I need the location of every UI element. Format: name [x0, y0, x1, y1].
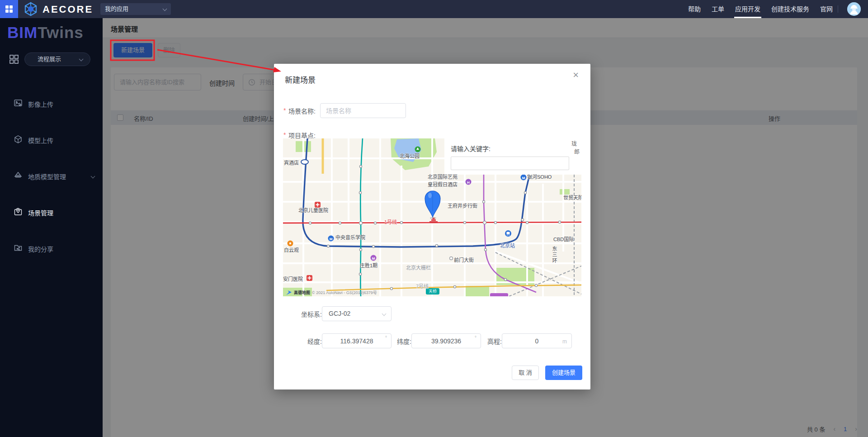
- temple-icon: [288, 241, 293, 247]
- station-label-tianqiao: 天桥: [426, 288, 439, 294]
- park-icon: [415, 147, 421, 152]
- keyword-input[interactable]: [451, 157, 569, 170]
- aecore-logo-icon: [24, 2, 38, 16]
- grid-icon: [5, 5, 13, 13]
- layout-grid-icon: [9, 54, 19, 64]
- map-attribution: 高德地图 © 2021 AutoNavi - GS(2019)6379号: [286, 290, 377, 295]
- longitude-input[interactable]: [322, 333, 392, 348]
- chevron-down-icon: [91, 174, 95, 179]
- sidebar-item-my-share[interactable]: 我的分享: [0, 231, 103, 267]
- topbar-nav-tech-service[interactable]: 创建技术服务: [771, 0, 809, 18]
- station-label-purple: [490, 293, 508, 296]
- required-mark: *: [283, 131, 286, 138]
- sidebar-item-label: 场景管理: [28, 208, 53, 217]
- sidebar-item-geology-model[interactable]: 地质模型管理: [0, 158, 103, 195]
- longitude-label: 经度:: [295, 337, 322, 346]
- mode-select[interactable]: 流程展示: [24, 52, 90, 66]
- sidebar-item-label: 地质模型管理: [28, 172, 66, 181]
- sidebar-item-model-upload[interactable]: 模型上传: [0, 122, 103, 158]
- topbar-nav-app-dev[interactable]: 应用开发: [735, 0, 760, 18]
- required-mark: *: [283, 107, 286, 114]
- chevron-down-icon: [163, 7, 167, 11]
- coord-system-value: GCJ-02: [329, 310, 350, 317]
- meter-unit: m: [562, 338, 567, 345]
- hospital-icon: [307, 275, 312, 281]
- topbar-nav-workorder[interactable]: 工单: [712, 0, 724, 18]
- image-upload-icon: [14, 99, 23, 108]
- model-upload-icon: [14, 135, 23, 144]
- app-select-value: 我的应用: [105, 5, 128, 12]
- app-select[interactable]: 我的应用: [100, 3, 171, 15]
- logo-text-bim: BIM: [7, 24, 38, 41]
- clipped-text-fragment: 郎: [574, 147, 580, 155]
- map-search-panel: 请输入关键字: 珑 郎: [444, 138, 581, 175]
- sidebar-item-label: 模型上传: [28, 136, 53, 145]
- bimtwins-logo: BIMTwins: [7, 24, 84, 42]
- keyword-label: 请输入关键字:: [451, 144, 491, 153]
- coord-system-select[interactable]: GCJ-02: [322, 306, 392, 321]
- latitude-label: 纬度:: [384, 337, 411, 346]
- scene-manage-icon: [14, 207, 23, 216]
- chevron-down-icon: [79, 57, 84, 62]
- sidebar-menu: 影像上传 模型上传 地质模型管理 场景管理: [0, 86, 103, 267]
- engineer-avatar-icon: [847, 2, 861, 16]
- scene-name-label: 场景名称:: [288, 106, 316, 115]
- dialog-title: 新建场景: [285, 74, 316, 85]
- hotel-icon: H: [466, 179, 472, 185]
- clipped-text-fragment: 珑: [571, 139, 577, 147]
- create-scene-button[interactable]: 创建场景: [545, 366, 582, 380]
- cancel-button[interactable]: 取 消: [512, 366, 539, 380]
- amap-logo-icon: [286, 290, 292, 295]
- latitude-input[interactable]: [411, 333, 481, 348]
- topbar: AECORE 我的应用 帮助 工单 应用开发 创建技术服务 官网: [0, 0, 868, 18]
- my-share-icon: [14, 243, 23, 252]
- user-avatar[interactable]: [847, 2, 861, 16]
- altitude-input[interactable]: [502, 333, 572, 348]
- hospital-icon: [315, 202, 321, 208]
- train-station-icon: [505, 230, 511, 237]
- chevron-down-icon: [382, 312, 387, 316]
- topbar-nav-help[interactable]: 帮助: [688, 0, 701, 18]
- aecore-brand-text: AECORE: [42, 4, 93, 15]
- poi-dot-icon: [450, 257, 453, 260]
- sidebar-item-label: 影像上传: [28, 100, 53, 109]
- new-scene-dialog: 新建场景 × * 场景名称: * 项目基点:: [274, 64, 590, 390]
- topbar-divider: [838, 5, 838, 13]
- app-grid-button[interactable]: [0, 0, 18, 18]
- sidebar-item-label: 我的分享: [28, 244, 53, 253]
- scene-name-input[interactable]: [320, 103, 406, 118]
- copyright-text: © 2021 AutoNavi - GS(2019)6379号: [312, 290, 377, 295]
- svg-text:M: M: [330, 237, 333, 241]
- top-nav: 帮助 工单 应用开发 创建技术服务 官网: [688, 0, 833, 18]
- svg-text:M: M: [372, 256, 375, 261]
- map-canvas[interactable]: H M M M 北海公园宾酒店北京国际艺苑皇冠假日酒店银河SOHO世贸天阶王府井…: [283, 138, 581, 296]
- metro-entrance-icon: M: [328, 236, 334, 242]
- topbar-nav-official-site[interactable]: 官网: [820, 0, 833, 18]
- metro-entrance-icon: M: [371, 255, 377, 261]
- altitude-label: 高程:: [475, 337, 502, 346]
- coord-system-label: 坐标系:: [286, 309, 322, 318]
- amap-logo-text: 高德地图: [294, 290, 310, 295]
- svg-text:H: H: [467, 180, 470, 185]
- mode-select-value: 流程展示: [38, 56, 61, 62]
- sidebar-item-scene-manage[interactable]: 场景管理: [0, 195, 103, 231]
- sidebar-item-image-upload[interactable]: 影像上传: [0, 86, 103, 122]
- screen: 场景管理 新建场景 删除 创建时间 名称/ID 创建时间/上次更新时间 操作 共…: [0, 0, 868, 437]
- sidebar: BIMTwins 流程展示 影像上传 模型上传: [0, 18, 103, 437]
- close-icon[interactable]: ×: [573, 70, 579, 80]
- svg-text:M: M: [522, 176, 525, 180]
- geology-model-icon: [14, 171, 23, 180]
- logo-text-twins: Twins: [38, 24, 84, 41]
- metro-entrance-icon: M: [521, 175, 527, 180]
